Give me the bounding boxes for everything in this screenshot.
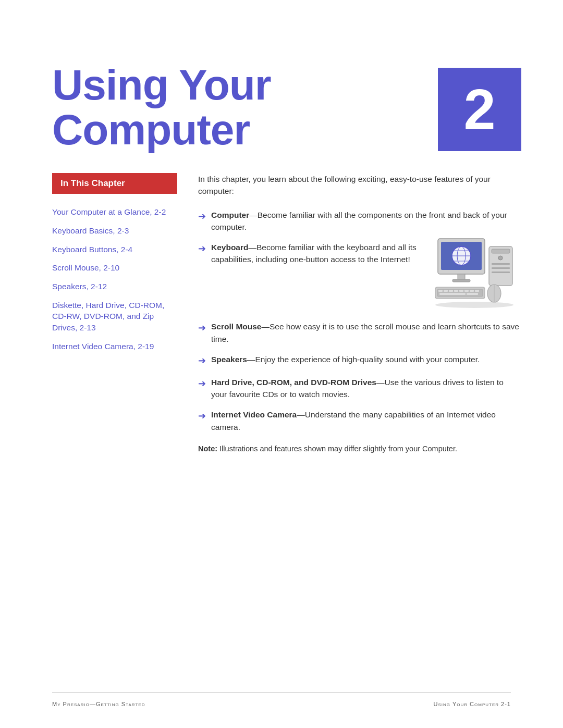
sidebar-link-glance[interactable]: Your Computer at a Glance, 2-2 (52, 206, 177, 218)
bullet-text-computer: Computer—Become familiar with all the co… (211, 209, 521, 233)
bullet-arrow-icon: ➔ (198, 377, 206, 391)
bullet-text-keyboard: Keyboard—Become familiar with the keyboa… (211, 243, 417, 264)
bullet-arrow-icon: ➔ (198, 242, 206, 256)
bullet-arrow-icon: ➔ (198, 321, 206, 335)
footer-left: My Presario—Getting Started (52, 701, 145, 707)
intro-text: In this chapter, you learn about the fol… (198, 173, 521, 198)
bullet-arrow-icon: ➔ (198, 354, 206, 368)
page: Using Your Computer 2 In This Chapter Yo… (0, 0, 563, 728)
sidebar-link-keyboard-basics[interactable]: Keyboard Basics, 2-3 (52, 225, 177, 237)
in-this-chapter-badge: In This Chapter (52, 173, 177, 194)
svg-rect-27 (467, 293, 478, 295)
bullet-list: ➔ Computer—Become familiar with all the … (198, 209, 521, 433)
svg-rect-11 (492, 249, 510, 253)
list-item[interactable]: Diskette, Hard Drive, CD-ROM, CD-RW, DVD… (52, 300, 177, 334)
note-label: Note: (198, 445, 217, 453)
note-text: Illustrations and features shown may dif… (219, 445, 457, 453)
list-item: ➔ Scroll Mouse—See how easy it is to use… (198, 320, 521, 345)
list-item[interactable]: Keyboard Buttons, 2-4 (52, 244, 177, 255)
list-item[interactable]: Speakers, 2-12 (52, 281, 177, 292)
sidebar-link-camera[interactable]: Internet Video Camera, 2-19 (52, 341, 177, 352)
svg-rect-19 (444, 290, 448, 292)
list-item[interactable]: Your Computer at a Glance, 2-2 (52, 206, 177, 218)
computer-svg (433, 236, 521, 309)
sidebar-link-speakers[interactable]: Speakers, 2-12 (52, 281, 177, 292)
bullet-bold: Hard Drive, CD-ROM, and DVD-ROM Drives (211, 378, 376, 387)
chapter-title: Using Your Computer (52, 63, 417, 152)
bullet-bold: Scroll Mouse (211, 322, 261, 331)
svg-rect-18 (438, 290, 443, 292)
list-item[interactable]: Scroll Mouse, 2-10 (52, 262, 177, 274)
bullet-col: Keyboard—Become familiar with the keyboa… (211, 241, 433, 266)
svg-rect-14 (492, 267, 510, 269)
sidebar-links: Your Computer at a Glance, 2-2 Keyboard … (52, 206, 177, 352)
note-box: Note: Illustrations and features shown m… (198, 443, 521, 455)
svg-rect-22 (459, 290, 463, 292)
bullet-text-camera: Internet Video Camera—Understand the man… (211, 409, 521, 433)
svg-rect-20 (449, 290, 453, 292)
svg-rect-21 (454, 290, 458, 292)
bullet-bold: Speakers (211, 355, 247, 364)
bullet-arrow-icon: ➔ (198, 409, 206, 423)
bullet-bold: Computer (211, 211, 249, 219)
list-item: ➔ Keyboard—Become familiar with the keyb… (198, 241, 521, 312)
list-item: ➔ Hard Drive, CD-ROM, and DVD-ROM Drives… (198, 376, 521, 401)
right-content: In this chapter, you learn about the fol… (198, 173, 521, 455)
svg-point-12 (498, 256, 503, 260)
page-footer: My Presario—Getting Started Using Your C… (0, 701, 563, 707)
chapter-number: 2 (463, 81, 495, 138)
svg-rect-8 (458, 274, 465, 279)
bullet-arrow-icon: ➔ (198, 209, 206, 224)
footer-right: Using Your Computer 2-1 (434, 701, 511, 707)
bullet-text-scroll-mouse: Scroll Mouse—See how easy it is to use t… (211, 320, 521, 345)
bullet-text-hard-drive: Hard Drive, CD-ROM, and DVD-ROM Drives—U… (211, 376, 521, 401)
sidebar-link-scroll-mouse[interactable]: Scroll Mouse, 2-10 (52, 262, 177, 274)
svg-rect-9 (452, 279, 470, 282)
sidebar: In This Chapter Your Computer at a Glanc… (52, 173, 177, 455)
computer-illustration (433, 236, 521, 312)
list-item: ➔ Speakers—Enjoy the experience of high-… (198, 353, 521, 368)
svg-rect-13 (492, 263, 510, 265)
list-item: ➔ Computer—Become familiar with all the … (198, 209, 521, 233)
bullet-bold: Keyboard (211, 243, 249, 252)
sidebar-link-drives[interactable]: Diskette, Hard Drive, CD-ROM, CD-RW, DVD… (52, 300, 177, 334)
list-item[interactable]: Keyboard Basics, 2-3 (52, 225, 177, 237)
svg-point-30 (435, 302, 513, 308)
chapter-header: Using Your Computer 2 (0, 0, 563, 173)
footer-divider (52, 692, 511, 693)
svg-rect-15 (492, 272, 510, 273)
list-item: ➔ Internet Video Camera—Understand the m… (198, 409, 521, 433)
bullet-text-speakers: Speakers—Enjoy the experience of high-qu… (211, 353, 521, 365)
svg-rect-26 (439, 293, 466, 295)
sidebar-link-keyboard-buttons[interactable]: Keyboard Buttons, 2-4 (52, 244, 177, 255)
bullet-with-image: Keyboard—Become familiar with the keyboa… (211, 241, 521, 312)
main-content: In This Chapter Your Computer at a Glanc… (0, 173, 563, 486)
svg-rect-23 (464, 290, 469, 292)
list-item[interactable]: Internet Video Camera, 2-19 (52, 341, 177, 352)
svg-rect-25 (475, 290, 479, 292)
chapter-title-text: Using Your Computer (52, 63, 417, 152)
svg-rect-24 (470, 290, 474, 292)
chapter-number-box: 2 (438, 68, 521, 151)
bullet-bold: Internet Video Camera (211, 410, 297, 419)
